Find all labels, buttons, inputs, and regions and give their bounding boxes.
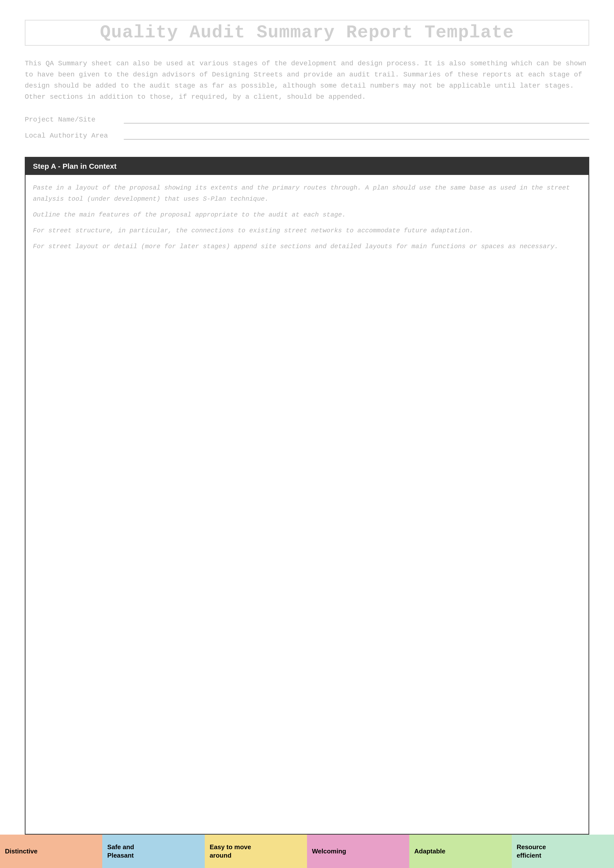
- category-resource: Resourceefficient: [512, 835, 614, 868]
- step-a-instruction-1: Paste in a layout of the proposal showin…: [33, 182, 581, 204]
- category-easy: Easy to movearound: [205, 835, 307, 868]
- main-content: Quality Audit Summary Report Template Th…: [25, 20, 589, 835]
- step-a-instruction-4: For street layout or detail (more for la…: [33, 241, 581, 252]
- category-safe-label: Safe andPleasant: [107, 843, 134, 860]
- category-easy-label: Easy to movearound: [210, 843, 251, 860]
- category-resource-label: Resourceefficient: [517, 843, 546, 860]
- intro-paragraph: This QA Summary sheet can also be used a…: [25, 58, 589, 102]
- local-authority-field: Local Authority Area: [25, 131, 589, 140]
- category-adaptable: Adaptable: [409, 835, 511, 868]
- category-distinctive-label: Distinctive: [5, 847, 37, 856]
- category-safe: Safe andPleasant: [102, 835, 205, 868]
- local-authority-label: Local Authority Area: [25, 132, 124, 140]
- project-name-field: Project Name/Site: [25, 115, 589, 124]
- category-welcoming-label: Welcoming: [312, 847, 346, 856]
- category-adaptable-label: Adaptable: [414, 847, 445, 856]
- page-title: Quality Audit Summary Report Template: [25, 20, 589, 46]
- project-name-label: Project Name/Site: [25, 116, 124, 124]
- footer-categories: Distinctive Safe andPleasant Easy to mov…: [0, 835, 614, 868]
- category-distinctive: Distinctive: [0, 835, 102, 868]
- step-a-header: Step A - Plan in Context: [25, 158, 589, 175]
- step-a-instruction-3: For street structure, in particular, the…: [33, 225, 581, 236]
- step-a-box: Step A - Plan in Context Paste in a layo…: [25, 157, 589, 835]
- step-a-content: Paste in a layout of the proposal showin…: [25, 175, 589, 719]
- category-welcoming: Welcoming: [307, 835, 409, 868]
- project-name-line[interactable]: [124, 115, 589, 124]
- step-a-instruction-2: Outline the main features of the proposa…: [33, 209, 581, 220]
- local-authority-line[interactable]: [124, 131, 589, 140]
